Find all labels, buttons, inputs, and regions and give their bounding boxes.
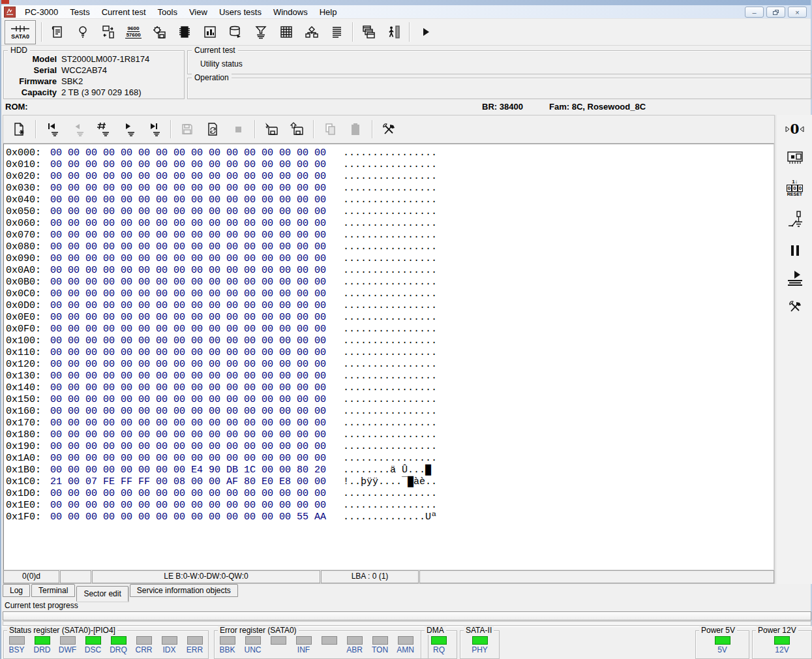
hex-row-0x070[interactable]: 0x070:00 00 00 00 00 00 00 00 00 00 00 0… xyxy=(6,230,774,241)
hex-row-0x050[interactable]: 0x050:00 00 00 00 00 00 00 00 00 00 00 0… xyxy=(6,206,774,218)
tab-log[interactable]: Log xyxy=(3,584,30,597)
hex-bytes[interactable]: 00 00 00 00 00 00 00 00 00 00 00 00 00 0… xyxy=(50,265,326,276)
hex-bytes[interactable]: 00 00 00 00 00 00 00 00 00 00 00 00 00 0… xyxy=(50,324,326,335)
read-sector-from-file-button[interactable] xyxy=(260,119,282,140)
hex-bytes[interactable]: 00 00 00 00 00 00 00 00 00 00 00 00 00 0… xyxy=(50,300,326,311)
hex-row-0x0d0[interactable]: 0x0D0:00 00 00 00 00 00 00 00 00 00 00 0… xyxy=(6,300,774,312)
hex-row-0x0f0[interactable]: 0x0F0:00 00 00 00 00 00 00 00 00 00 00 0… xyxy=(6,324,774,335)
menu-help[interactable]: Help xyxy=(314,5,343,19)
hex-row-0x180[interactable]: 0x180:00 00 00 00 00 00 00 00 00 00 00 0… xyxy=(6,429,774,441)
hex-bytes[interactable]: 00 00 00 00 00 00 00 00 00 00 00 00 00 0… xyxy=(50,253,326,264)
hex-bytes[interactable]: 00 00 00 00 00 00 00 00 00 00 00 00 00 0… xyxy=(50,500,326,511)
hex-row-0x040[interactable]: 0x040:00 00 00 00 00 00 00 00 00 00 00 0… xyxy=(6,194,774,206)
hex-row-0x000[interactable]: 0x000:00 00 00 00 00 00 00 00 00 00 00 0… xyxy=(6,147,774,159)
next-sector-button[interactable] xyxy=(117,119,140,140)
scheme-button[interactable] xyxy=(299,20,324,44)
editor-settings-button[interactable] xyxy=(378,119,400,140)
hex-bytes[interactable]: 00 00 00 00 00 00 00 00 00 00 00 00 00 0… xyxy=(50,171,326,182)
menu-view[interactable]: View xyxy=(183,5,213,19)
tab-service-information-objects[interactable]: Service information objects xyxy=(130,584,238,597)
menu-pc-3000[interactable]: PC-3000 xyxy=(19,5,64,19)
right-tools-button[interactable] xyxy=(782,298,808,316)
reread-sector-button[interactable] xyxy=(202,119,224,140)
reset-counter-button[interactable]: 1↓ 000 RESET xyxy=(782,176,808,200)
hex-bytes[interactable]: 00 00 00 00 00 00 00 00 E4 90 DB 1C 00 0… xyxy=(50,465,326,476)
sata0-port-button[interactable]: SATA0 xyxy=(5,20,36,44)
board-card-button[interactable] xyxy=(782,148,808,166)
hex-row-0x1c0[interactable]: 0x1C0:21 00 07 FE FF FF 00 08 00 00 AF 8… xyxy=(6,476,774,488)
power-switch-button[interactable] xyxy=(782,209,808,232)
hex-row-0x0a0[interactable]: 0x0A0:00 00 00 00 00 00 00 00 00 00 00 0… xyxy=(6,265,774,277)
copy-button[interactable] xyxy=(319,119,341,140)
hex-row-0x1e0[interactable]: 0x1E0:00 00 00 00 00 00 00 00 00 00 00 0… xyxy=(6,500,774,512)
script-button[interactable] xyxy=(324,20,350,44)
hex-bytes[interactable]: 00 00 00 00 00 00 00 00 00 00 00 00 00 0… xyxy=(50,418,326,429)
stop-button[interactable] xyxy=(227,119,249,140)
hex-bytes[interactable]: 00 00 00 00 00 00 00 00 00 00 00 00 00 0… xyxy=(50,429,326,440)
hex-bytes[interactable]: 00 00 00 00 00 00 00 00 00 00 00 00 00 0… xyxy=(50,488,326,499)
hex-row-0x060[interactable]: 0x060:00 00 00 00 00 00 00 00 00 00 00 0… xyxy=(6,218,774,230)
hex-bytes[interactable]: 00 00 00 00 00 00 00 00 00 00 00 00 00 0… xyxy=(50,147,326,159)
hex-bytes[interactable]: 00 00 00 00 00 00 00 00 00 00 00 00 00 0… xyxy=(50,183,326,194)
hex-row-0x150[interactable]: 0x150:00 00 00 00 00 00 00 00 00 00 00 0… xyxy=(6,394,774,406)
hex-bytes[interactable]: 00 00 00 00 00 00 00 00 00 00 00 00 00 0… xyxy=(50,288,326,299)
lamp-button[interactable] xyxy=(70,20,95,44)
statistics-button[interactable] xyxy=(197,20,222,44)
hex-row-0x160[interactable]: 0x160:00 00 00 00 00 00 00 00 00 00 00 0… xyxy=(6,406,774,418)
zero-fill-button[interactable]: 0 xyxy=(782,120,808,138)
cascade-windows-button[interactable] xyxy=(355,20,381,44)
hex-row-0x120[interactable]: 0x120:00 00 00 00 00 00 00 00 00 00 00 0… xyxy=(6,359,774,371)
baud-rate-button[interactable]: 960057600 xyxy=(121,20,146,44)
hex-row-0x0c0[interactable]: 0x0C0:00 00 00 00 00 00 00 00 00 00 00 0… xyxy=(6,288,774,300)
menu-current-test[interactable]: Current test xyxy=(96,5,152,19)
hex-row-0x170[interactable]: 0x170:00 00 00 00 00 00 00 00 00 00 00 0… xyxy=(6,418,774,429)
new-sector-button[interactable] xyxy=(8,119,30,140)
utility-start-button[interactable] xyxy=(146,20,172,44)
first-sector-button[interactable] xyxy=(41,119,63,140)
hex-row-0x190[interactable]: 0x190:00 00 00 00 00 00 00 00 00 00 00 0… xyxy=(6,441,774,453)
resource-info-button[interactable] xyxy=(44,20,70,44)
prev-sector-button[interactable] xyxy=(67,119,89,140)
hex-row-0x030[interactable]: 0x030:00 00 00 00 00 00 00 00 00 00 00 0… xyxy=(6,183,774,194)
hex-bytes[interactable]: 00 00 00 00 00 00 00 00 00 00 00 00 00 0… xyxy=(50,453,326,464)
pc3000-app-icon[interactable] xyxy=(4,7,16,18)
hex-row-0x080[interactable]: 0x080:00 00 00 00 00 00 00 00 00 00 00 0… xyxy=(6,241,774,253)
hex-bytes[interactable]: 00 00 00 00 00 00 00 00 00 00 00 00 00 0… xyxy=(50,406,326,417)
save-sector-button[interactable] xyxy=(176,119,198,140)
menu-windows[interactable]: Windows xyxy=(267,5,314,19)
run-queue-button[interactable] xyxy=(782,269,808,288)
table-button[interactable] xyxy=(273,20,299,44)
hex-row-0x090[interactable]: 0x090:00 00 00 00 00 00 00 00 00 00 00 0… xyxy=(6,253,774,265)
chip-button[interactable] xyxy=(172,20,197,44)
filter-button[interactable] xyxy=(248,20,273,44)
hex-row-0x0e0[interactable]: 0x0E0:00 00 00 00 00 00 00 00 00 00 00 0… xyxy=(6,312,774,324)
hex-bytes[interactable]: 00 00 00 00 00 00 00 00 00 00 00 00 00 0… xyxy=(50,394,326,405)
hex-bytes[interactable]: 00 00 00 00 00 00 00 00 00 00 00 00 00 0… xyxy=(50,359,326,370)
hex-bytes[interactable]: 21 00 07 FE FF FF 00 08 00 00 AF 80 E0 E… xyxy=(50,476,326,487)
pause-button[interactable] xyxy=(782,241,808,260)
exit-button[interactable] xyxy=(381,20,406,44)
hex-bytes[interactable]: 00 00 00 00 00 00 00 00 00 00 00 00 00 0… xyxy=(50,335,326,346)
menu-tests[interactable]: Tests xyxy=(64,5,95,19)
hex-bytes[interactable]: 00 00 00 00 00 00 00 00 00 00 00 00 00 0… xyxy=(50,194,326,206)
start-button[interactable] xyxy=(412,20,438,44)
hex-bytes[interactable]: 00 00 00 00 00 00 00 00 00 00 00 00 00 0… xyxy=(50,441,326,452)
hex-bytes[interactable]: 00 00 00 00 00 00 00 00 00 00 00 00 00 0… xyxy=(50,382,326,393)
hex-bytes[interactable]: 00 00 00 00 00 00 00 00 00 00 00 00 00 0… xyxy=(50,312,326,323)
hex-bytes[interactable]: 00 00 00 00 00 00 00 00 00 00 00 00 00 0… xyxy=(50,206,326,217)
minimize-button[interactable]: – xyxy=(745,7,764,18)
hex-bytes[interactable]: 00 00 00 00 00 00 00 00 00 00 00 00 00 0… xyxy=(50,277,326,288)
write-sector-to-file-button[interactable] xyxy=(286,119,308,140)
sector-number-button[interactable] xyxy=(92,119,114,140)
close-button[interactable]: × xyxy=(788,7,807,18)
hex-row-0x020[interactable]: 0x020:00 00 00 00 00 00 00 00 00 00 00 0… xyxy=(6,171,774,183)
hex-bytes[interactable]: 00 00 00 00 00 00 00 00 00 00 00 00 00 0… xyxy=(50,371,326,382)
hex-bytes[interactable]: 00 00 00 00 00 00 00 00 00 00 00 00 00 0… xyxy=(50,241,326,253)
hex-row-0x1f0[interactable]: 0x1F0:00 00 00 00 00 00 00 00 00 00 00 0… xyxy=(6,512,774,523)
last-sector-button[interactable] xyxy=(143,119,165,140)
hex-row-0x1b0[interactable]: 0x1B0:00 00 00 00 00 00 00 00 E4 90 DB 1… xyxy=(6,465,774,476)
hex-row-0x100[interactable]: 0x100:00 00 00 00 00 00 00 00 00 00 00 0… xyxy=(6,335,774,347)
hex-bytes[interactable]: 00 00 00 00 00 00 00 00 00 00 00 00 00 0… xyxy=(50,230,326,241)
menu-users-tests[interactable]: Users tests xyxy=(213,5,267,19)
hex-row-0x0b0[interactable]: 0x0B0:00 00 00 00 00 00 00 00 00 00 00 0… xyxy=(6,277,774,288)
